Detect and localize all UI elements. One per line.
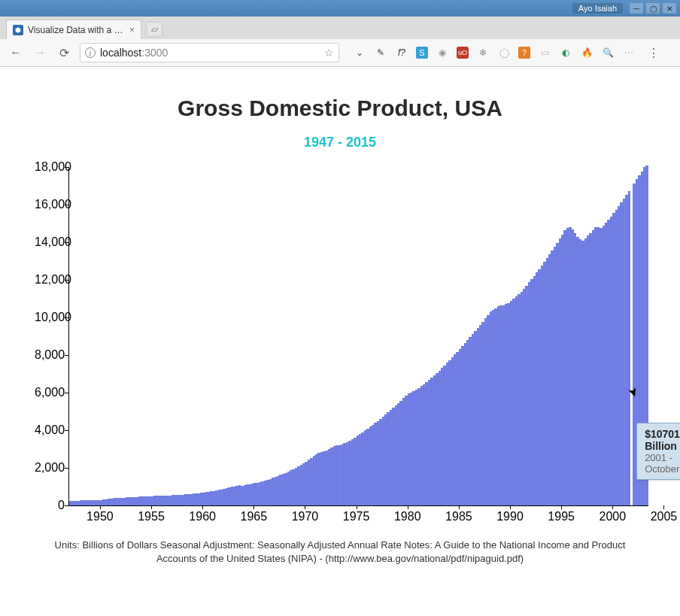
y-tick-mark xyxy=(65,242,68,243)
user-label: Ayo Isaiah xyxy=(572,3,623,14)
y-tick-mark xyxy=(65,393,68,393)
x-tick-label: 1975 xyxy=(343,510,370,523)
extension-icon-7[interactable]: ? xyxy=(518,47,530,59)
chart-title: Gross Domestic Product, USA xyxy=(15,96,665,121)
x-tick-label: 1965 xyxy=(241,510,268,523)
x-tick-mark xyxy=(561,505,562,509)
y-tick-mark xyxy=(65,280,68,281)
x-tick-mark xyxy=(663,505,664,509)
x-tick-mark xyxy=(151,505,152,509)
chart-footnote: Units: Billions of Dollars Seasonal Adju… xyxy=(39,539,641,565)
y-tick-mark xyxy=(65,355,68,356)
y-tick-label: 4,000 xyxy=(35,423,65,437)
tooltip-date: 2001 - October xyxy=(645,452,680,475)
nav-reload-button[interactable]: ⟳ xyxy=(56,44,72,61)
chart-bars[interactable] xyxy=(69,167,648,505)
tab-title: Visualize Data with a Ba xyxy=(28,25,125,35)
extension-icon-1[interactable]: ✎ xyxy=(374,46,387,59)
y-tick-mark xyxy=(65,317,68,318)
extension-icon-8[interactable]: ▭ xyxy=(538,46,551,59)
new-tab-button[interactable]: ▱ xyxy=(146,22,162,37)
x-tick-label: 2000 xyxy=(600,510,627,523)
y-tick-mark xyxy=(65,468,68,469)
y-tick-label: 18,000 xyxy=(35,160,65,174)
browser-tab[interactable]: ⬢ Visualize Data with a Ba × xyxy=(6,20,141,39)
page-content: Gross Domestic Product, USA 1947 - 2015 … xyxy=(0,67,680,616)
y-tick-label: 2,000 xyxy=(35,461,65,475)
url-text: localhost:3000 xyxy=(100,47,168,59)
extension-icon-4[interactable]: ◉ xyxy=(436,46,449,59)
y-tick-label: 10,000 xyxy=(35,311,65,324)
chart-subtitle: 1947 - 2015 xyxy=(15,135,665,150)
extension-icon-5[interactable]: ❄ xyxy=(476,46,490,59)
chart-area[interactable]: 02,0004,0006,0008,00010,00012,00014,0001… xyxy=(32,167,648,520)
x-tick-label: 1960 xyxy=(189,510,216,523)
extension-icon-9[interactable]: ◐ xyxy=(559,46,572,59)
extension-icon-11[interactable]: 🔍 xyxy=(601,46,615,59)
y-tick-mark xyxy=(65,430,68,431)
tooltip-value: $10701.3 Billion xyxy=(645,428,680,452)
extension-icon-6[interactable]: ◯ xyxy=(497,46,511,59)
nav-back-button[interactable]: ← xyxy=(8,44,24,61)
x-tick-label: 2005 xyxy=(651,510,678,523)
browser-chrome: ⬢ Visualize Data with a Ba × ▱ ← → ⟳ i l… xyxy=(0,17,680,67)
extension-icon-10[interactable]: 🔥 xyxy=(580,46,593,59)
ublock-icon[interactable]: uO xyxy=(457,47,469,59)
y-tick-mark xyxy=(65,167,68,168)
x-tick-mark xyxy=(612,505,613,509)
y-tick-label: 14,000 xyxy=(35,235,65,249)
x-tick-label: 1990 xyxy=(496,510,524,523)
nav-forward-button[interactable]: → xyxy=(32,44,48,61)
x-tick-mark xyxy=(408,505,408,509)
x-tick-mark xyxy=(459,505,460,509)
x-tick-mark xyxy=(202,505,203,509)
y-tick-label: 8,000 xyxy=(35,348,65,362)
x-tick-label: 1980 xyxy=(394,510,421,523)
x-tick-label: 1950 xyxy=(87,510,114,523)
window-close-button[interactable]: ✕ xyxy=(662,2,677,14)
site-info-icon[interactable]: i xyxy=(85,47,96,58)
url-host: localhost xyxy=(100,47,141,59)
y-tick-label: 6,000 xyxy=(35,386,65,399)
x-tick-mark xyxy=(357,505,357,509)
y-tick-label: 16,000 xyxy=(35,198,65,211)
x-tick-mark xyxy=(253,505,254,509)
extension-icons: ⌄ ✎ f? S ◉ uO ❄ ◯ ? ▭ ◐ 🔥 🔍 ⋯ xyxy=(353,46,636,59)
tab-close-icon[interactable]: × xyxy=(129,25,135,35)
y-tick-label: 0 xyxy=(35,499,65,512)
x-tick-mark xyxy=(510,505,511,509)
y-tick-mark xyxy=(65,205,68,205)
y-tick-mark xyxy=(65,505,68,506)
x-tick-mark xyxy=(100,505,101,509)
favicon-icon: ⬢ xyxy=(13,25,23,35)
chart-tooltip: $10701.3 Billion 2001 - October xyxy=(636,423,680,480)
x-tick-label: 1970 xyxy=(292,510,319,523)
window-maximize-button[interactable]: ▢ xyxy=(645,2,660,14)
x-tick-label: 1955 xyxy=(138,510,165,523)
x-tick-label: 1985 xyxy=(445,510,472,523)
x-tick-mark xyxy=(305,505,305,509)
url-port: :3000 xyxy=(141,47,168,59)
bookmark-star-icon[interactable]: ☆ xyxy=(324,47,334,59)
extension-icon-3[interactable]: S xyxy=(416,47,428,59)
address-bar[interactable]: i localhost:3000 ☆ xyxy=(80,43,339,62)
browser-menu-button[interactable]: ⋮ xyxy=(648,46,660,60)
browser-toolbar: ← → ⟳ i localhost:3000 ☆ ⌄ ✎ f? S ◉ uO ❄… xyxy=(0,39,680,66)
window-titlebar: Ayo Isaiah ─ ▢ ✕ xyxy=(0,0,680,17)
window-minimize-button[interactable]: ─ xyxy=(629,2,644,14)
x-tick-label: 1995 xyxy=(548,510,575,523)
y-tick-label: 12,000 xyxy=(35,273,65,287)
tabstrip: ⬢ Visualize Data with a Ba × ▱ xyxy=(0,17,680,39)
pocket-icon[interactable]: ⌄ xyxy=(353,46,366,59)
extension-icon-12[interactable]: ⋯ xyxy=(622,46,636,59)
extension-icon-2[interactable]: f? xyxy=(395,46,408,59)
